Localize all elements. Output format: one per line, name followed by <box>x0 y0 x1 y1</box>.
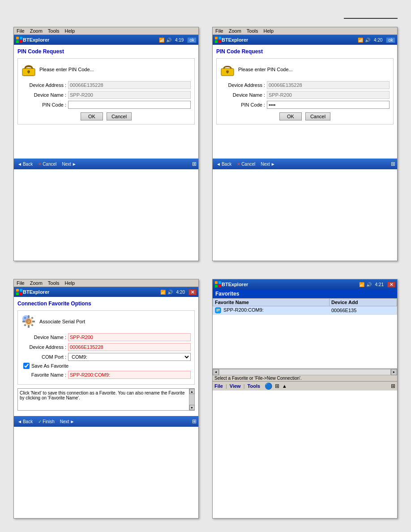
decorative-line <box>344 18 398 19</box>
fav-tools-btn-br[interactable]: Tools <box>248 383 261 389</box>
fav-sep2-br: | <box>244 383 245 389</box>
cancel-btn-tl[interactable]: ✕ Cancel <box>36 161 58 167</box>
finish-check-icon-bl: ✓ <box>38 419 42 424</box>
gear-icon-bl <box>21 314 36 329</box>
taskbar-grid-icon-bl: ⊞ <box>192 418 197 425</box>
device-address-input-tl[interactable] <box>68 81 191 89</box>
device-name-input-tr[interactable] <box>267 91 390 99</box>
menu-help-tr[interactable]: Help <box>264 28 274 34</box>
menu-zoom-tr[interactable]: Zoom <box>229 28 241 34</box>
windows-logo-icon-br <box>214 281 222 288</box>
fav-bottom-bar-br: File | View | Tools 🔵 ⊞ ▲ ⊞ <box>213 381 397 390</box>
pin-code-input-tl[interactable] <box>68 101 191 109</box>
signal-icon-bl: 📶 <box>160 290 166 295</box>
hscroll-track-br[interactable] <box>219 369 391 375</box>
com-port-select-bl[interactable]: COM9: <box>68 353 191 361</box>
back-btn-tr[interactable]: ◄ Back <box>214 161 233 167</box>
menu-tools-tl[interactable]: Tools <box>48 28 60 34</box>
page-container: File Zoom Tools Help BTExplorer 📶 🔊 4:19… <box>0 0 411 532</box>
svg-rect-30 <box>24 324 26 326</box>
next-btn-bl[interactable]: Next ► <box>58 419 76 425</box>
hscroll-right-br[interactable]: ► <box>391 369 397 375</box>
cancel-dialog-btn-tl[interactable]: Cancel <box>107 112 132 120</box>
svg-rect-11 <box>215 37 218 39</box>
menu-tools-bl[interactable]: Tools <box>48 280 60 286</box>
favorite-name-label-bl: Favorite Name : <box>21 372 66 378</box>
window-top-right: File Zoom Tools Help BTExplorer 📶 🔊 4:20… <box>212 27 398 261</box>
table-row-br-0[interactable]: SPP-R200:COM9: 00066E135 <box>213 306 397 315</box>
next-btn-tr[interactable]: Next ► <box>259 161 277 167</box>
save-favorite-row-bl: Save As Favorite <box>21 363 191 369</box>
menu-help-tl[interactable]: Help <box>65 28 75 34</box>
speaker-icon-tl: 🔊 <box>166 38 171 43</box>
next-btn-tl[interactable]: Next ► <box>60 161 78 167</box>
fav-view-btn-br[interactable]: View <box>230 383 241 389</box>
cancel-dialog-btn-tr[interactable]: Cancel <box>305 112 330 120</box>
fav-file-btn-br[interactable]: File <box>214 383 223 389</box>
svg-rect-19 <box>20 289 22 292</box>
svg-rect-36 <box>215 285 218 287</box>
ok-btn-tl[interactable]: ok <box>187 37 197 43</box>
dialog-text-tl: Please enter PIN Code... <box>39 67 94 72</box>
taskbar-tl: ◄ Back ✕ Cancel Next ► ⊞ <box>14 159 198 169</box>
device-address-row-tr: Device Address : <box>220 81 390 89</box>
time-tl: 4:19 <box>175 38 184 43</box>
menu-zoom-bl[interactable]: Zoom <box>30 280 43 286</box>
device-name-label-tl: Device Name : <box>21 92 66 98</box>
device-address-input-bl[interactable] <box>68 343 191 351</box>
ok-dialog-btn-tl[interactable]: OK <box>81 112 103 120</box>
favorite-name-input-bl[interactable] <box>68 371 191 379</box>
device-name-input-tl[interactable] <box>68 91 191 99</box>
fav-name-br-0: SPP-R200:COM9: <box>213 306 330 315</box>
device-address-label-tl: Device Address : <box>21 82 66 88</box>
pin-code-input-tr[interactable] <box>267 101 390 109</box>
device-name-label-bl: Device Name : <box>21 335 66 340</box>
favorites-header-br: Favorites <box>213 289 397 298</box>
next-arrow-icon-tr: ► <box>271 162 275 167</box>
hscroll-left-br[interactable]: ◄ <box>213 369 219 375</box>
scroll-up-bl[interactable]: ▲ <box>189 389 195 394</box>
lock-icon-tr <box>220 62 235 77</box>
close-btn-bl[interactable]: ✕ <box>188 289 197 295</box>
menu-help-bl[interactable]: Help <box>65 280 75 286</box>
finish-btn-bl[interactable]: ✓ Finish <box>36 419 56 425</box>
menu-file-tr[interactable]: File <box>215 28 223 34</box>
cancel-x-icon-tl: ✕ <box>38 162 42 167</box>
dialog-buttons-tr: OK Cancel <box>220 112 390 120</box>
back-arrow-icon-tl: ◄ <box>17 162 22 167</box>
ok-btn-tr[interactable]: ok <box>386 37 395 43</box>
svg-rect-12 <box>218 37 221 39</box>
dialog-area-tr: Please enter PIN Code... Device Address … <box>216 58 394 124</box>
svg-rect-29 <box>31 317 34 319</box>
content-bl: Connection Favorite Options <box>14 297 198 416</box>
fav-status-br: Select a Favorite or 'File->New Connecti… <box>213 375 397 381</box>
cancel-btn-tr[interactable]: ✕ Cancel <box>235 161 257 167</box>
svg-rect-3 <box>20 40 22 43</box>
empty-space-tl <box>17 128 195 155</box>
cancel-label-tr: Cancel <box>241 162 255 167</box>
back-btn-tl[interactable]: ◄ Back <box>16 161 34 167</box>
window-bottom-right: BTExplorer 📶 🔊 4:21 ✕ Favorites Favorite… <box>212 279 398 519</box>
scroll-down-bl[interactable]: ▼ <box>189 405 195 410</box>
device-address-input-tr[interactable] <box>267 81 390 89</box>
title-icons-bl: 📶 🔊 4:20 ✕ <box>160 289 197 295</box>
speaker-icon-br: 🔊 <box>366 282 372 287</box>
menu-zoom-tl[interactable]: Zoom <box>30 28 43 34</box>
device-name-input-bl[interactable] <box>68 333 191 341</box>
content-tl: PIN Code Request Please enter PIN Cod <box>14 45 198 159</box>
back-btn-bl[interactable]: ◄ Back <box>16 419 34 425</box>
ok-dialog-btn-tr[interactable]: OK <box>279 112 302 120</box>
taskbar-grid-icon-tl: ⊞ <box>192 161 197 167</box>
menu-file-bl[interactable]: File <box>17 280 25 286</box>
menu-tools-tr[interactable]: Tools <box>247 28 258 34</box>
menu-file-tl[interactable]: File <box>17 28 25 34</box>
empty-space-tr <box>216 128 394 155</box>
taskbar-tr: ◄ Back ✕ Cancel Next ► ⊞ <box>213 159 397 169</box>
signal-icon-br: 📶 <box>359 282 364 287</box>
save-favorite-checkbox-bl[interactable] <box>23 363 30 369</box>
fav-up-icon-br: ▲ <box>282 383 287 389</box>
close-btn-br[interactable]: ✕ <box>387 282 395 287</box>
dialog-area-tl: Please enter PIN Code... Device Address … <box>17 58 195 124</box>
dialog-text-tr: Please enter PIN Code... <box>238 67 293 72</box>
save-favorite-label-bl: Save As Favorite <box>31 363 68 369</box>
